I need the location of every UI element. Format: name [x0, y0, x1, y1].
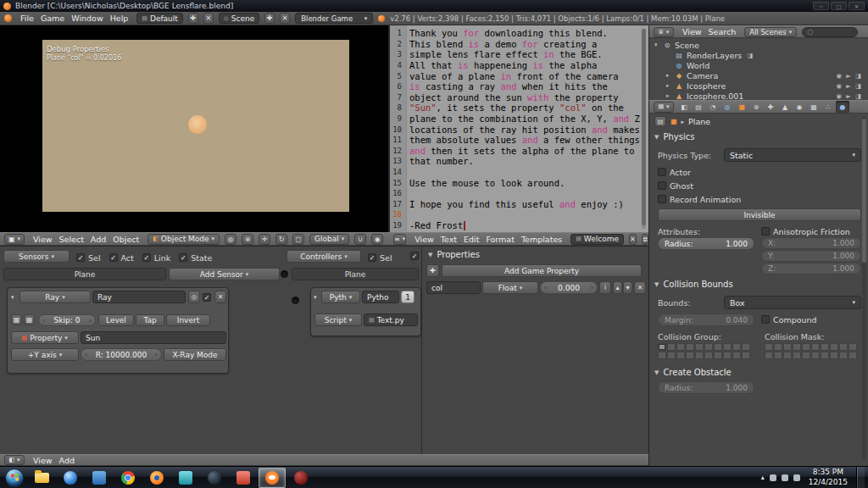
layer-toggle[interactable]	[667, 343, 676, 351]
scale-manipulator-toggle[interactable]: ◻	[292, 234, 304, 245]
invisible-toggle[interactable]: Invisible	[658, 208, 861, 221]
tab-constraints[interactable]: ⊕	[749, 101, 763, 113]
layer-toggle[interactable]	[667, 352, 676, 359]
screen-layout-selector[interactable]: ▤ Default	[136, 13, 183, 24]
volume-icon[interactable]	[782, 474, 788, 481]
record-animation-checkbox[interactable]: Record Animation	[658, 193, 741, 205]
obstacle-radius-field[interactable]: Radius:1.000	[658, 381, 754, 394]
layer-toggle[interactable]	[830, 352, 838, 359]
text-line[interactable]: 8"Sun", it sets the property "col" on th…	[390, 103, 643, 114]
layer-toggle[interactable]	[821, 352, 829, 359]
controller-state-button[interactable]: 1	[401, 291, 415, 303]
sensors-filter-menu[interactable]: Sensors▾	[3, 250, 70, 263]
tap-toggle[interactable]: Tap	[136, 314, 164, 326]
disclosure-triangle-icon[interactable]: ▸	[666, 72, 674, 79]
outliner-item[interactable]: ▸▲Icosphere.001◉►◨	[649, 91, 868, 100]
text-menu-text[interactable]: Text	[437, 235, 460, 244]
layer-toggle[interactable]	[732, 343, 741, 351]
create-obstacle-panel-header[interactable]: ▼Create Obstacle	[654, 368, 732, 377]
python-controller-brick[interactable]: ▾ Pyth▾ Pytho 1 Script▾ ▤ Text.py	[310, 287, 421, 336]
add-layout-button[interactable]: ✚	[188, 13, 198, 24]
close-scene-button[interactable]: ✕	[280, 13, 290, 24]
action-center-icon[interactable]	[770, 474, 776, 481]
layer-toggle[interactable]	[783, 343, 792, 351]
start-button[interactable]	[5, 469, 24, 487]
controllers-filter-menu[interactable]: Controllers▾	[287, 250, 361, 263]
viewport-menu-add[interactable]: Add	[87, 235, 109, 244]
layer-toggle[interactable]	[849, 352, 857, 359]
game-property-value-field[interactable]: ‹0.000›	[540, 281, 598, 294]
collision-bounds-panel-header[interactable]: ▼Collision Bounds	[654, 280, 733, 289]
layer-toggle[interactable]	[783, 352, 792, 359]
layer-toggle[interactable]	[723, 352, 732, 359]
tab-render[interactable]: ◧	[677, 101, 691, 113]
collapse-sensor-triangle-icon[interactable]: ▾	[11, 294, 14, 301]
pin-icon[interactable]: ◎	[188, 291, 200, 303]
anisotropic-friction-checkbox[interactable]: Anisotropic Friction	[761, 225, 850, 237]
layer-toggle[interactable]	[774, 343, 782, 351]
outliner-menu-view[interactable]: View	[679, 27, 705, 36]
translate-manipulator-toggle[interactable]: ✛	[259, 234, 270, 245]
layer-toggle[interactable]	[732, 352, 741, 359]
script-datablock-field[interactable]: ▤ Text.py	[364, 313, 418, 326]
layer-toggle[interactable]	[793, 343, 801, 351]
tab-material[interactable]: ◉	[793, 101, 806, 113]
filter-sel-checkbox[interactable]: Sel	[368, 252, 392, 263]
disclosure-triangle-icon[interactable]: ▸	[666, 82, 674, 89]
layer-toggle[interactable]	[802, 343, 810, 351]
text-line[interactable]: 17I hope you find this useful and enjoy …	[390, 199, 643, 210]
actor-checkbox[interactable]: Actor	[658, 166, 741, 178]
editor-type-dropdown[interactable]: ▤▾	[654, 102, 674, 113]
filter-act-checkbox[interactable]: Act	[109, 252, 134, 263]
game-properties-panel-header[interactable]: ▼Properties	[428, 250, 480, 259]
tab-modifiers[interactable]: ✚	[764, 101, 777, 113]
render-engine-dropdown[interactable]: Blender Game▾	[295, 13, 373, 24]
text-line[interactable]: 14	[390, 167, 643, 178]
outliner-item[interactable]: ▸◆Camera◉►◨	[649, 70, 868, 80]
layer-toggle[interactable]	[765, 343, 773, 351]
add-sensor-button[interactable]: Add Sensor▾	[169, 268, 280, 280]
snap-toggle[interactable]: ∪	[354, 234, 366, 245]
xray-mode-toggle[interactable]: X-Ray Mode	[164, 348, 226, 361]
layer-toggle[interactable]	[742, 352, 750, 359]
layer-toggle[interactable]	[714, 352, 722, 359]
tab-physics[interactable]: ●	[836, 101, 849, 113]
text-line[interactable]: 5value of a plane in front of the camera	[390, 70, 643, 81]
text-line[interactable]: 3simple lens flare effect in the BGE.	[390, 49, 643, 60]
topbar-menu-help[interactable]: Help	[107, 14, 132, 23]
layer-toggle[interactable]	[830, 343, 838, 351]
taskbar-chrome[interactable]	[114, 468, 142, 488]
tab-texture[interactable]: ▦	[807, 101, 821, 113]
add-property-plus-button[interactable]: ✚	[426, 264, 439, 277]
text-line[interactable]: 7object around the sun with the property	[390, 92, 643, 103]
taskbar-clock[interactable]: 8:35 PM 12/4/2015	[805, 468, 851, 487]
text-line[interactable]: 4All that is happeneing is the alpha	[390, 60, 643, 71]
layer-toggle[interactable]	[676, 343, 685, 351]
taskbar-firefox[interactable]	[143, 468, 170, 488]
text-line[interactable]: 9plane to the combination of the X, Y, a…	[390, 114, 643, 125]
text-menu-view[interactable]: View	[411, 235, 437, 244]
topbar-menu-game[interactable]: Game	[37, 14, 68, 23]
outliner-display-mode-dropdown[interactable]: All Scenes▾	[744, 27, 797, 37]
add-game-property-button[interactable]: Add Game Property	[442, 264, 642, 277]
ray-axis-dropdown[interactable]: +Y axis▾	[11, 348, 79, 361]
editor-type-dropdown[interactable]: ≣▾	[654, 27, 674, 37]
restrict-visible-icon[interactable]: ◉	[837, 72, 843, 80]
controller-type-dropdown[interactable]: Pyth▾	[321, 291, 360, 303]
pivot-dropdown[interactable]: ⊕	[242, 234, 253, 245]
property-move-up-button[interactable]: ▴	[613, 281, 622, 294]
scene-selector[interactable]: ⊙ Scene	[219, 13, 259, 24]
layer-toggle[interactable]	[811, 352, 820, 359]
editor-type-dropdown[interactable]: ▣▾	[4, 234, 25, 245]
invert-toggle[interactable]: Invert	[166, 314, 210, 326]
layer-toggle[interactable]	[839, 343, 848, 351]
layer-toggle[interactable]	[723, 343, 732, 351]
taskbar-app-red[interactable]	[230, 468, 257, 488]
show-desktop-button[interactable]	[856, 467, 865, 488]
add-scene-button[interactable]: ✚	[264, 13, 275, 24]
logic-menu-add[interactable]: Add	[56, 456, 78, 465]
window-titlebar[interactable]: Blender [C:\Users\Nicholas\Desktop\BGE L…	[0, 0, 868, 12]
filter-sel-checkbox[interactable]: Sel	[76, 252, 101, 263]
ray-sensor-brick[interactable]: ▾ Ray▾ Ray ◎ ✕ ▦ ▦ ‹Skip: 0› Level Tap I…	[7, 287, 229, 374]
viewport-menu-view[interactable]: View	[30, 235, 56, 244]
